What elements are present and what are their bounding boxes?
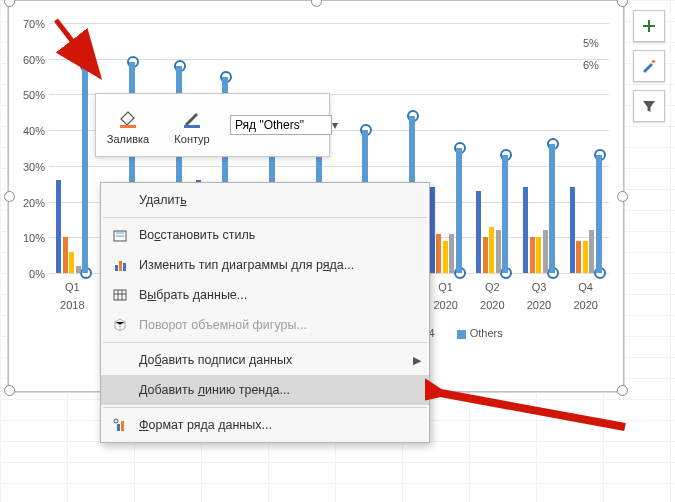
menu-item-fmtseries[interactable]: Формат ряда данных...: [101, 410, 429, 440]
menu-separator: [103, 407, 427, 408]
bar-group[interactable]: [426, 148, 466, 273]
mini-format-toolbar: Заливка Контур ▾: [95, 93, 330, 157]
series-picker[interactable]: ▾: [224, 94, 344, 156]
x-tick-label: Q32020: [519, 281, 559, 311]
bar[interactable]: [449, 234, 454, 273]
y-tick-label: 30%: [23, 161, 45, 173]
bar-group[interactable]: [566, 155, 606, 273]
blank-icon: [109, 380, 131, 400]
bar[interactable]: [476, 191, 481, 273]
bar[interactable]: [456, 148, 462, 273]
series-picker-input[interactable]: [230, 115, 332, 135]
x-tick-label: Q12020: [426, 281, 466, 311]
bar[interactable]: [583, 241, 588, 273]
bar[interactable]: [483, 237, 488, 273]
chart-styles-button[interactable]: [633, 50, 665, 82]
bar[interactable]: [530, 237, 535, 273]
bar[interactable]: [436, 234, 441, 273]
svg-rect-9: [121, 421, 124, 431]
y-tick-label: 20%: [23, 197, 45, 209]
y-tick-label: 0%: [29, 268, 45, 280]
menu-item-label: Добавить подписи данных: [139, 353, 407, 367]
x-tick-label: Q42020: [566, 281, 606, 311]
svg-rect-0: [651, 59, 655, 63]
bucket-icon: [117, 107, 139, 131]
sec-y-tick: 5%: [583, 37, 599, 49]
outline-button[interactable]: Контур: [160, 94, 224, 156]
bar-group[interactable]: [519, 144, 559, 273]
table-icon: [109, 285, 131, 305]
resize-handle[interactable]: [617, 191, 628, 202]
menu-item-label: Удалить: [139, 193, 421, 207]
bar-group[interactable]: [52, 66, 92, 273]
bar[interactable]: [496, 230, 501, 273]
bar[interactable]: [549, 144, 555, 273]
menu-item-reset[interactable]: Восстановить стиль: [101, 220, 429, 250]
svg-rect-8: [117, 424, 120, 431]
bar[interactable]: [596, 155, 602, 273]
menu-separator: [103, 342, 427, 343]
bar[interactable]: [576, 241, 581, 273]
bar[interactable]: [536, 237, 541, 273]
menu-item-label: Добавить линию тренда...: [139, 383, 421, 397]
menu-item-label: Восстановить стиль: [139, 228, 421, 242]
resize-handle[interactable]: [4, 191, 15, 202]
context-menu: УдалитьВосстановить стильИзменить тип ди…: [100, 182, 430, 443]
resize-handle[interactable]: [4, 385, 15, 396]
pen-icon: [181, 107, 203, 131]
bar[interactable]: [443, 241, 448, 273]
bar[interactable]: [430, 187, 435, 273]
chevron-down-icon: ▾: [332, 118, 338, 132]
svg-rect-4: [115, 265, 118, 271]
menu-item-rotate3d: Поворот объемной фигуры...: [101, 310, 429, 340]
gridline: 70%: [49, 23, 609, 24]
y-tick-label: 70%: [23, 18, 45, 30]
x-tick-label: Q22020: [472, 281, 512, 311]
bar[interactable]: [76, 266, 81, 273]
format-icon: [109, 415, 131, 435]
chart-filter-button[interactable]: [633, 90, 665, 122]
bar[interactable]: [56, 180, 61, 273]
bar-group[interactable]: [472, 155, 512, 273]
bar[interactable]: [543, 230, 548, 273]
legend-item[interactable]: Others: [457, 327, 503, 339]
svg-rect-2: [184, 125, 200, 128]
bar[interactable]: [570, 187, 575, 273]
chart-icon: [109, 255, 131, 275]
bar[interactable]: [502, 155, 508, 273]
bar[interactable]: [82, 66, 88, 273]
menu-item-seldata[interactable]: Выбрать данные...: [101, 280, 429, 310]
menu-item-label: Изменить тип диаграммы для ряда...: [139, 258, 421, 272]
y-tick-label: 10%: [23, 232, 45, 244]
menu-item-datalbl[interactable]: Добавить подписи данных▶: [101, 345, 429, 375]
menu-item-chtype[interactable]: Изменить тип диаграммы для ряда...: [101, 250, 429, 280]
bar[interactable]: [69, 252, 74, 273]
sec-y-tick: 6%: [583, 59, 599, 71]
resize-handle[interactable]: [311, 0, 322, 7]
fill-button[interactable]: Заливка: [96, 94, 160, 156]
fill-label: Заливка: [107, 133, 149, 145]
svg-rect-6: [123, 263, 126, 271]
svg-rect-5: [119, 261, 122, 271]
resize-handle[interactable]: [617, 385, 628, 396]
bar[interactable]: [63, 237, 68, 273]
bar[interactable]: [489, 227, 494, 273]
bar[interactable]: [523, 187, 528, 273]
svg-point-10: [114, 419, 118, 423]
y-tick-label: 60%: [23, 54, 45, 66]
bar[interactable]: [589, 230, 594, 273]
reset-icon: [109, 225, 131, 245]
menu-item-label: Формат ряда данных...: [139, 418, 421, 432]
blank-icon: [109, 350, 131, 370]
x-tick-label: Q12018: [52, 281, 92, 311]
y-tick-label: 40%: [23, 125, 45, 137]
menu-separator: [103, 217, 427, 218]
resize-handle[interactable]: [4, 0, 15, 7]
chart-add-element-button[interactable]: [633, 10, 665, 42]
menu-item-trendline[interactable]: Добавить линию тренда...: [101, 375, 429, 405]
svg-rect-1: [120, 125, 136, 128]
svg-rect-7: [114, 290, 126, 300]
chevron-right-icon: ▶: [407, 354, 421, 367]
menu-item-label: Выбрать данные...: [139, 288, 421, 302]
menu-item-delete[interactable]: Удалить: [101, 185, 429, 215]
